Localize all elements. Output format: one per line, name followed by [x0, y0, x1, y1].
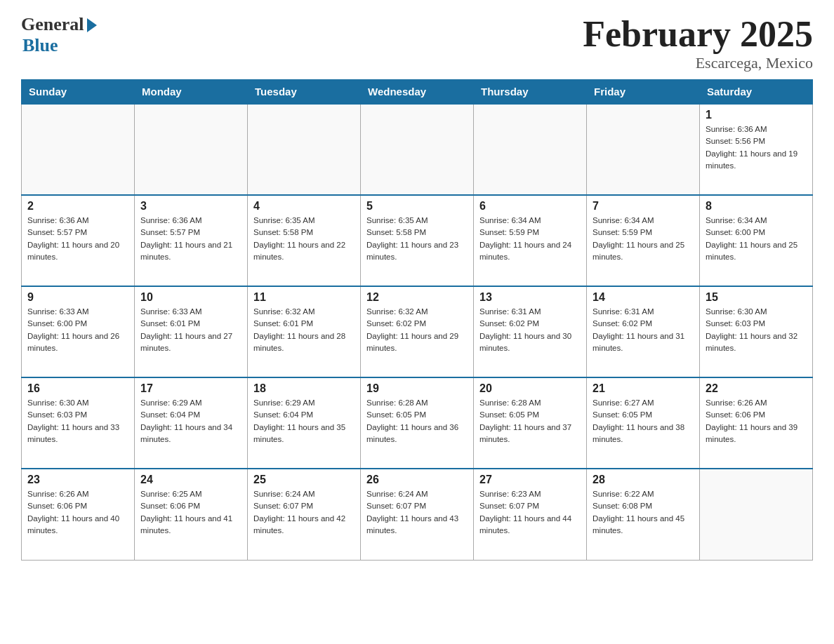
calendar-cell: 28Sunrise: 6:22 AMSunset: 6:08 PMDayligh… [587, 469, 700, 560]
week-row-2: 2Sunrise: 6:36 AMSunset: 5:57 PMDaylight… [22, 195, 813, 286]
calendar-cell: 3Sunrise: 6:36 AMSunset: 5:57 PMDaylight… [135, 195, 248, 286]
day-number: 6 [479, 200, 581, 213]
day-number: 8 [706, 200, 807, 213]
logo: General Blue [21, 14, 97, 56]
calendar-cell: 2Sunrise: 6:36 AMSunset: 5:57 PMDaylight… [22, 195, 135, 286]
calendar-cell: 26Sunrise: 6:24 AMSunset: 6:07 PMDayligh… [361, 469, 474, 560]
logo-general-text: General [21, 14, 84, 35]
day-number: 12 [366, 291, 468, 304]
day-info: Sunrise: 6:33 AMSunset: 6:00 PMDaylight:… [27, 306, 128, 354]
day-number: 5 [366, 200, 468, 213]
title-section: February 2025 Escarcega, Mexico [583, 14, 813, 72]
day-number: 17 [140, 382, 241, 395]
column-header-saturday: Saturday [700, 80, 813, 105]
calendar-cell: 11Sunrise: 6:32 AMSunset: 6:01 PMDayligh… [248, 286, 361, 377]
day-number: 14 [593, 291, 694, 304]
day-info: Sunrise: 6:22 AMSunset: 6:08 PMDaylight:… [593, 488, 694, 537]
day-info: Sunrise: 6:34 AMSunset: 5:59 PMDaylight:… [593, 215, 694, 263]
day-number: 24 [140, 474, 241, 486]
calendar-cell: 8Sunrise: 6:34 AMSunset: 6:00 PMDaylight… [700, 195, 813, 286]
day-number: 11 [253, 291, 355, 304]
calendar-cell [248, 104, 361, 195]
calendar-cell: 19Sunrise: 6:28 AMSunset: 6:05 PMDayligh… [361, 377, 474, 469]
calendar-cell [587, 104, 700, 195]
day-info: Sunrise: 6:30 AMSunset: 6:03 PMDaylight:… [706, 306, 807, 354]
calendar-cell [22, 104, 135, 195]
calendar-cell: 16Sunrise: 6:30 AMSunset: 6:03 PMDayligh… [22, 377, 135, 469]
calendar-cell [135, 104, 248, 195]
day-info: Sunrise: 6:25 AMSunset: 6:06 PMDaylight:… [140, 488, 241, 537]
day-number: 4 [253, 200, 355, 213]
day-number: 2 [27, 200, 128, 213]
day-info: Sunrise: 6:36 AMSunset: 5:57 PMDaylight:… [140, 215, 241, 263]
day-info: Sunrise: 6:36 AMSunset: 5:57 PMDaylight:… [27, 215, 128, 263]
day-number: 25 [253, 474, 355, 486]
month-title: February 2025 [583, 14, 813, 54]
column-header-sunday: Sunday [22, 80, 135, 105]
day-info: Sunrise: 6:33 AMSunset: 6:01 PMDaylight:… [140, 306, 241, 354]
calendar-cell: 10Sunrise: 6:33 AMSunset: 6:01 PMDayligh… [135, 286, 248, 377]
calendar-table: SundayMondayTuesdayWednesdayThursdayFrid… [21, 79, 813, 561]
day-number: 7 [593, 200, 694, 213]
calendar-cell: 21Sunrise: 6:27 AMSunset: 6:05 PMDayligh… [587, 377, 700, 469]
day-number: 16 [27, 382, 128, 395]
calendar-cell: 12Sunrise: 6:32 AMSunset: 6:02 PMDayligh… [361, 286, 474, 377]
day-info: Sunrise: 6:23 AMSunset: 6:07 PMDaylight:… [479, 488, 581, 537]
calendar-cell: 4Sunrise: 6:35 AMSunset: 5:58 PMDaylight… [248, 195, 361, 286]
column-header-friday: Friday [587, 80, 700, 105]
calendar-cell: 14Sunrise: 6:31 AMSunset: 6:02 PMDayligh… [587, 286, 700, 377]
day-number: 18 [253, 382, 355, 395]
day-info: Sunrise: 6:34 AMSunset: 5:59 PMDaylight:… [479, 215, 581, 263]
page-header: General Blue February 2025 Escarcega, Me… [21, 14, 813, 72]
day-number: 21 [593, 382, 694, 395]
week-row-5: 23Sunrise: 6:26 AMSunset: 6:06 PMDayligh… [22, 469, 813, 560]
day-info: Sunrise: 6:27 AMSunset: 6:05 PMDaylight:… [593, 397, 694, 445]
day-info: Sunrise: 6:32 AMSunset: 6:01 PMDaylight:… [253, 306, 355, 354]
column-header-monday: Monday [135, 80, 248, 105]
calendar-cell: 5Sunrise: 6:35 AMSunset: 5:58 PMDaylight… [361, 195, 474, 286]
day-number: 22 [706, 382, 807, 395]
column-header-thursday: Thursday [474, 80, 587, 105]
day-number: 23 [27, 474, 128, 486]
location-text: Escarcega, Mexico [583, 54, 813, 72]
calendar-cell: 23Sunrise: 6:26 AMSunset: 6:06 PMDayligh… [22, 469, 135, 560]
day-number: 1 [706, 109, 807, 121]
calendar-cell [361, 104, 474, 195]
day-info: Sunrise: 6:36 AMSunset: 5:56 PMDaylight:… [706, 123, 807, 172]
day-info: Sunrise: 6:26 AMSunset: 6:06 PMDaylight:… [27, 488, 128, 537]
calendar-cell: 24Sunrise: 6:25 AMSunset: 6:06 PMDayligh… [135, 469, 248, 560]
column-header-tuesday: Tuesday [248, 80, 361, 105]
day-number: 19 [366, 382, 468, 395]
day-info: Sunrise: 6:34 AMSunset: 6:00 PMDaylight:… [706, 215, 807, 263]
logo-blue-text: Blue [22, 35, 58, 56]
day-info: Sunrise: 6:31 AMSunset: 6:02 PMDaylight:… [593, 306, 694, 354]
calendar-cell [474, 104, 587, 195]
day-info: Sunrise: 6:26 AMSunset: 6:06 PMDaylight:… [706, 397, 807, 445]
calendar-cell: 20Sunrise: 6:28 AMSunset: 6:05 PMDayligh… [474, 377, 587, 469]
day-number: 27 [479, 474, 581, 486]
day-info: Sunrise: 6:24 AMSunset: 6:07 PMDaylight:… [366, 488, 468, 537]
calendar-cell: 25Sunrise: 6:24 AMSunset: 6:07 PMDayligh… [248, 469, 361, 560]
day-number: 20 [479, 382, 581, 395]
calendar-cell: 1Sunrise: 6:36 AMSunset: 5:56 PMDaylight… [700, 104, 813, 195]
calendar-cell: 13Sunrise: 6:31 AMSunset: 6:02 PMDayligh… [474, 286, 587, 377]
calendar-cell [700, 469, 813, 560]
logo-arrow-icon [87, 18, 97, 32]
day-info: Sunrise: 6:28 AMSunset: 6:05 PMDaylight:… [366, 397, 468, 445]
day-number: 15 [706, 291, 807, 304]
week-row-1: 1Sunrise: 6:36 AMSunset: 5:56 PMDaylight… [22, 104, 813, 195]
calendar-cell: 22Sunrise: 6:26 AMSunset: 6:06 PMDayligh… [700, 377, 813, 469]
day-info: Sunrise: 6:30 AMSunset: 6:03 PMDaylight:… [27, 397, 128, 445]
day-number: 13 [479, 291, 581, 304]
column-header-wednesday: Wednesday [361, 80, 474, 105]
day-number: 10 [140, 291, 241, 304]
calendar-cell: 6Sunrise: 6:34 AMSunset: 5:59 PMDaylight… [474, 195, 587, 286]
day-info: Sunrise: 6:24 AMSunset: 6:07 PMDaylight:… [253, 488, 355, 537]
week-row-3: 9Sunrise: 6:33 AMSunset: 6:00 PMDaylight… [22, 286, 813, 377]
calendar-cell: 7Sunrise: 6:34 AMSunset: 5:59 PMDaylight… [587, 195, 700, 286]
day-info: Sunrise: 6:32 AMSunset: 6:02 PMDaylight:… [366, 306, 468, 354]
calendar-cell: 27Sunrise: 6:23 AMSunset: 6:07 PMDayligh… [474, 469, 587, 560]
week-row-4: 16Sunrise: 6:30 AMSunset: 6:03 PMDayligh… [22, 377, 813, 469]
day-number: 9 [27, 291, 128, 304]
day-info: Sunrise: 6:35 AMSunset: 5:58 PMDaylight:… [366, 215, 468, 263]
